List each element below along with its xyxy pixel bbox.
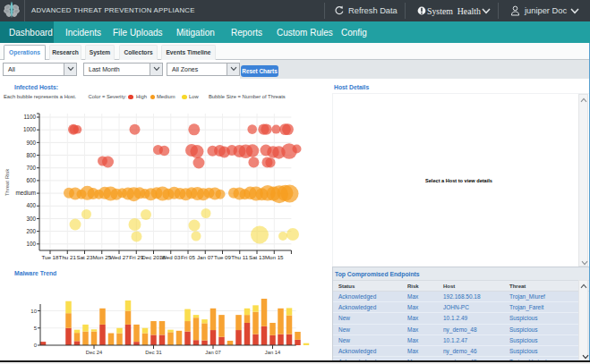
svg-text:Sat 13: Sat 13 <box>249 254 265 260</box>
svg-text:Dec 31: Dec 31 <box>145 350 161 355</box>
svg-text:700: 700 <box>26 165 36 171</box>
svg-text:Jan 07: Jan 07 <box>205 350 220 355</box>
svg-text:100: 100 <box>26 241 36 247</box>
svg-text:Fri 05: Fri 05 <box>181 254 195 260</box>
svg-text:Tue 09: Tue 09 <box>214 254 232 260</box>
svg-text:400: 400 <box>26 202 36 208</box>
svg-text:600: 600 <box>26 177 36 183</box>
svg-text:Sat 23: Sat 23 <box>77 254 93 260</box>
svg-text:medium: medium <box>16 190 36 196</box>
svg-text:300: 300 <box>26 216 36 222</box>
svg-text:0: 0 <box>34 343 38 348</box>
svg-text:Wed 27: Wed 27 <box>109 254 129 260</box>
svg-text:900: 900 <box>26 140 36 146</box>
svg-text:Thu 21: Thu 21 <box>59 254 77 260</box>
svg-text:200: 200 <box>26 228 36 234</box>
svg-text:1100: 1100 <box>23 114 36 120</box>
svg-text:Wed 03: Wed 03 <box>161 254 181 260</box>
svg-text:Thu 11: Thu 11 <box>231 254 248 260</box>
svg-text:Threat Risk: Threat Risk <box>4 168 10 197</box>
svg-text:5: 5 <box>34 326 38 331</box>
svg-text:10: 10 <box>30 309 37 314</box>
svg-text:Dec 24: Dec 24 <box>86 350 103 355</box>
svg-text:Tue 18: Tue 18 <box>41 254 59 260</box>
svg-text:Jan 07: Jan 07 <box>197 254 214 260</box>
svg-text:Mon 15: Mon 15 <box>265 254 284 260</box>
svg-text:Jan 14: Jan 14 <box>265 350 281 355</box>
svg-text:800: 800 <box>26 152 36 158</box>
svg-text:1000: 1000 <box>23 126 37 132</box>
